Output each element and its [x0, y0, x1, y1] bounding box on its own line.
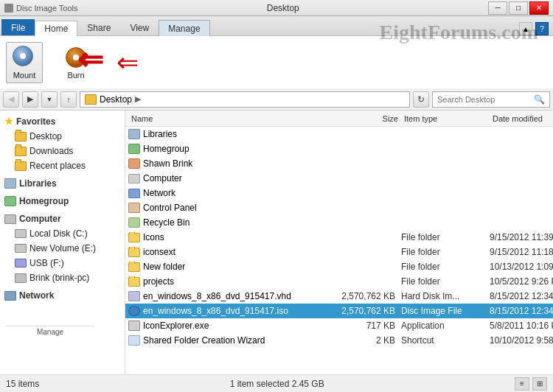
col-header-name[interactable]: Name	[128, 114, 335, 123]
search-box: 🔍	[432, 91, 550, 108]
network-section: Network	[0, 288, 125, 303]
table-row[interactable]: IconExplorer.exe 717 KB Application 5/8/…	[125, 318, 553, 333]
ribbon-collapse-button[interactable]: ▲	[519, 22, 532, 35]
table-row[interactable]: New folder File folder 10/13/2012 1:09 A…	[125, 259, 553, 274]
sidebar-local-disk-label: Local Disk (C:)	[29, 228, 88, 239]
table-row[interactable]: Control Panel	[125, 200, 553, 215]
network-label: Network	[19, 290, 54, 301]
file-list-header: Name Size Item type Date modified	[125, 111, 553, 127]
recent-locations-button[interactable]: ▼	[41, 91, 58, 108]
network-icon	[4, 291, 16, 301]
back-button[interactable]: ◀	[3, 91, 19, 108]
sidebar-desktop-label: Desktop	[29, 131, 62, 141]
tab-home[interactable]: Home	[35, 21, 77, 37]
sidebar-item-local-disk[interactable]: Local Disk (C:)	[0, 226, 125, 241]
path-separator: ▶	[135, 94, 141, 104]
sidebar-item-new-volume[interactable]: New Volume (E:)	[0, 241, 125, 256]
file-icon	[128, 129, 140, 139]
list-view-button[interactable]: ≡	[515, 377, 529, 391]
file-icon	[128, 189, 140, 198]
up-button[interactable]: ↑	[60, 91, 77, 108]
homegroup-icon	[4, 196, 16, 206]
burn-button[interactable]: Burn	[58, 42, 94, 83]
file-icon	[128, 321, 140, 331]
tab-view[interactable]: View	[120, 19, 159, 35]
table-row[interactable]: Homegroup	[125, 141, 553, 156]
downloads-folder-icon	[15, 147, 27, 156]
mount-button[interactable]: Mount	[6, 42, 43, 83]
local-disk-icon	[15, 229, 27, 238]
tab-share[interactable]: Share	[77, 19, 120, 35]
sidebar-item-usb[interactable]: USB (F:)	[0, 256, 125, 270]
favorites-section: ★ Favorites Desktop Downloads Recent pla…	[0, 113, 125, 173]
network-header[interactable]: Network	[0, 288, 125, 303]
file-icon	[128, 203, 140, 213]
sidebar-downloads-label: Downloads	[29, 146, 73, 156]
col-header-size[interactable]: Size	[335, 114, 401, 123]
detail-view-button[interactable]: ⊞	[532, 377, 547, 391]
item-count: 15 items	[6, 379, 39, 389]
table-row[interactable]: Libraries	[125, 127, 553, 141]
ribbon-content: Mount Burn ⇐ Manage	[0, 35, 553, 88]
address-path[interactable]: Desktop ▶	[80, 91, 410, 108]
ribbon-arrow-indicator: ⇐	[116, 49, 139, 76]
table-row[interactable]: Shared Folder Creation Wizard 2 KB Short…	[125, 333, 553, 348]
table-row[interactable]: Network	[125, 186, 553, 200]
libraries-section: Libraries	[0, 176, 125, 191]
maximize-button[interactable]: □	[509, 1, 528, 15]
table-row[interactable]: Shawn Brink	[125, 156, 553, 171]
burn-label: Burn	[67, 71, 84, 80]
table-row[interactable]: Computer	[125, 171, 553, 186]
table-row[interactable]: en_windows_8_x86_dvd_915417.vhd 2,570,76…	[125, 289, 553, 304]
view-buttons: ≡ ⊞	[515, 377, 547, 391]
favorites-label: Favorites	[16, 116, 55, 127]
forward-button[interactable]: ▶	[22, 91, 38, 108]
sidebar-item-brink[interactable]: Brink (brink-pc)	[0, 270, 125, 285]
computer-section: Computer Local Disk (C:) New Volume (E:)…	[0, 211, 125, 285]
close-button[interactable]: ✕	[529, 1, 549, 15]
table-row[interactable]: projects File folder 10/5/2012 9:26 PM	[125, 274, 553, 289]
table-row[interactable]: iconsext File folder 9/15/2012 11:18 AM	[125, 245, 553, 259]
search-icon[interactable]: 🔍	[534, 94, 545, 105]
computer-header[interactable]: Computer	[0, 211, 125, 226]
ribbon-tabs: File Home Share View Manage ▲ ?	[0, 16, 553, 35]
path-folder-icon	[85, 94, 97, 105]
col-header-date[interactable]: Date modified	[490, 114, 550, 123]
sidebar-usb-label: USB (F:)	[29, 258, 64, 268]
title-bar: Disc Image Tools Desktop ─ □ ✕	[0, 0, 553, 16]
file-icon	[128, 248, 140, 257]
tools-tab-label: Disc Image Tools	[16, 4, 78, 13]
search-input[interactable]	[437, 95, 534, 104]
favorites-header[interactable]: ★ Favorites	[0, 113, 125, 129]
computer-label: Computer	[19, 214, 61, 224]
col-header-type[interactable]: Item type	[401, 114, 490, 123]
libraries-header[interactable]: Libraries	[0, 176, 125, 191]
new-volume-icon	[15, 244, 27, 253]
tab-file[interactable]: File	[1, 19, 35, 35]
table-row[interactable]: Recycle Bin	[125, 215, 553, 230]
burn-icon	[64, 46, 88, 69]
table-row[interactable]: Icons File folder 9/15/2012 11:39 AM	[125, 230, 553, 245]
help-button[interactable]: ?	[535, 22, 549, 35]
file-icon	[128, 306, 140, 316]
file-icon	[128, 335, 140, 346]
tab-manage[interactable]: Manage	[159, 20, 209, 36]
address-bar: ◀ ▶ ▼ ↑ Desktop ▶ ↻ 🔍	[0, 88, 553, 111]
file-icon	[128, 262, 140, 272]
sidebar-brink-label: Brink (brink-pc)	[29, 273, 89, 283]
sidebar-item-recent[interactable]: Recent places	[0, 158, 125, 173]
brink-pc-icon	[15, 273, 27, 283]
homegroup-header[interactable]: Homegroup	[0, 194, 125, 209]
minimize-button[interactable]: ─	[488, 1, 507, 15]
table-row-selected[interactable]: ⇒ en_windows_8_x86_dvd_915417.iso 2,570,…	[125, 304, 553, 318]
sidebar-item-desktop[interactable]: Desktop	[0, 129, 125, 144]
file-icon	[128, 158, 140, 169]
sidebar-item-downloads[interactable]: Downloads	[0, 144, 125, 158]
file-icon	[128, 174, 140, 183]
selected-info: 1 item selected 2.45 GB	[230, 379, 324, 389]
refresh-button[interactable]: ↻	[413, 91, 429, 108]
file-icon	[128, 144, 140, 154]
libraries-label: Libraries	[19, 178, 57, 189]
window-title: Desktop	[267, 3, 299, 13]
file-icon	[128, 233, 140, 242]
